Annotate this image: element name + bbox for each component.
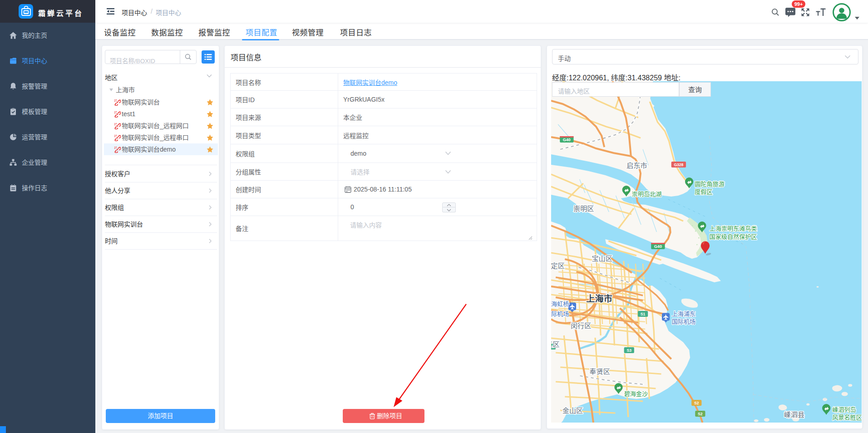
svg-text:碧海金沙: 碧海金沙	[624, 390, 648, 397]
svg-text:国家级自然保护区: 国家级自然保护区	[710, 233, 757, 240]
svg-text:闵行区: 闵行区	[571, 322, 591, 330]
svg-text:崇明岛北湖: 崇明岛北湖	[632, 191, 662, 197]
svg-text:S1: S1	[641, 312, 646, 316]
svg-text:G40: G40	[654, 244, 662, 249]
svg-text:上海市: 上海市	[586, 294, 612, 304]
svg-text:启东市: 启东市	[626, 162, 647, 169]
svg-text:G328: G328	[674, 162, 683, 167]
svg-text:度假区: 度假区	[695, 188, 712, 195]
svg-text:S3: S3	[627, 348, 632, 353]
svg-text:圆陀角旅游: 圆陀角旅游	[695, 181, 725, 187]
svg-text:国际机场: 国际机场	[672, 318, 695, 325]
svg-text:G40: G40	[563, 138, 571, 142]
svg-text:金山区: 金山区	[562, 407, 583, 414]
svg-text:松江区: 松江区	[551, 340, 560, 348]
svg-text:崇明区: 崇明区	[573, 205, 594, 212]
svg-text:宝山区: 宝山区	[592, 255, 612, 262]
svg-text:际机场: 际机场	[551, 310, 569, 317]
svg-text:上海浦东: 上海浦东	[672, 310, 695, 317]
svg-text:上海崇明东滩鸟类: 上海崇明东滩鸟类	[710, 225, 757, 232]
svg-text:嵊泗县: 嵊泗县	[784, 411, 804, 418]
svg-text:S2: S2	[698, 412, 703, 416]
svg-text:S2: S2	[694, 401, 699, 405]
svg-text:风景名胜区: 风景名胜区	[832, 414, 862, 421]
svg-text:奉贤区: 奉贤区	[589, 368, 610, 375]
svg-text:海虹桥: 海虹桥	[551, 300, 569, 307]
svg-text:嵊泗列岛: 嵊泗列岛	[832, 406, 856, 413]
svg-text:嘉定区: 嘉定区	[551, 262, 565, 270]
